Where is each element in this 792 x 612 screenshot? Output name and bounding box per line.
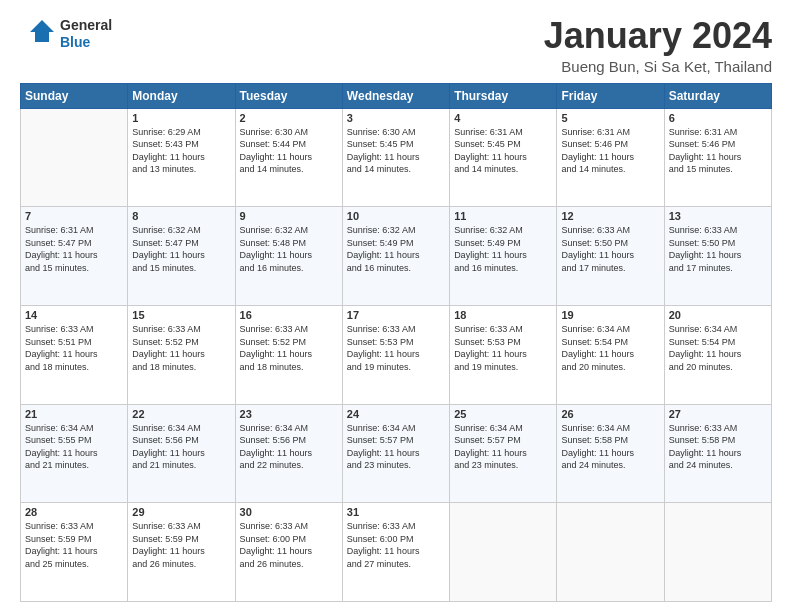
day-number: 13 [669, 210, 767, 222]
day-info: Sunrise: 6:33 AM Sunset: 5:52 PM Dayligh… [240, 323, 338, 373]
calendar-cell [450, 503, 557, 602]
calendar-header-cell: Thursday [450, 83, 557, 108]
day-info: Sunrise: 6:33 AM Sunset: 5:50 PM Dayligh… [561, 224, 659, 274]
day-info: Sunrise: 6:34 AM Sunset: 5:58 PM Dayligh… [561, 422, 659, 472]
logo: GeneralBlue [20, 16, 112, 52]
calendar-header-cell: Sunday [21, 83, 128, 108]
calendar-header-cell: Friday [557, 83, 664, 108]
calendar-week-row: 14Sunrise: 6:33 AM Sunset: 5:51 PM Dayli… [21, 305, 772, 404]
calendar-header-cell: Monday [128, 83, 235, 108]
calendar-cell: 7Sunrise: 6:31 AM Sunset: 5:47 PM Daylig… [21, 207, 128, 306]
day-info: Sunrise: 6:34 AM Sunset: 5:56 PM Dayligh… [240, 422, 338, 472]
calendar-cell: 17Sunrise: 6:33 AM Sunset: 5:53 PM Dayli… [342, 305, 449, 404]
subtitle: Bueng Bun, Si Sa Ket, Thailand [544, 58, 772, 75]
day-number: 22 [132, 408, 230, 420]
day-info: Sunrise: 6:34 AM Sunset: 5:54 PM Dayligh… [561, 323, 659, 373]
calendar-cell: 22Sunrise: 6:34 AM Sunset: 5:56 PM Dayli… [128, 404, 235, 503]
day-number: 27 [669, 408, 767, 420]
calendar-body: 1Sunrise: 6:29 AM Sunset: 5:43 PM Daylig… [21, 108, 772, 601]
calendar-cell: 14Sunrise: 6:33 AM Sunset: 5:51 PM Dayli… [21, 305, 128, 404]
calendar-cell: 30Sunrise: 6:33 AM Sunset: 6:00 PM Dayli… [235, 503, 342, 602]
day-number: 28 [25, 506, 123, 518]
day-number: 10 [347, 210, 445, 222]
day-info: Sunrise: 6:31 AM Sunset: 5:45 PM Dayligh… [454, 126, 552, 176]
day-info: Sunrise: 6:31 AM Sunset: 5:46 PM Dayligh… [561, 126, 659, 176]
day-number: 19 [561, 309, 659, 321]
svg-marker-0 [30, 20, 54, 42]
day-number: 30 [240, 506, 338, 518]
day-number: 12 [561, 210, 659, 222]
calendar-cell: 20Sunrise: 6:34 AM Sunset: 5:54 PM Dayli… [664, 305, 771, 404]
day-number: 18 [454, 309, 552, 321]
calendar-week-row: 28Sunrise: 6:33 AM Sunset: 5:59 PM Dayli… [21, 503, 772, 602]
calendar-cell: 19Sunrise: 6:34 AM Sunset: 5:54 PM Dayli… [557, 305, 664, 404]
calendar-week-row: 1Sunrise: 6:29 AM Sunset: 5:43 PM Daylig… [21, 108, 772, 207]
logo-general: General [60, 17, 112, 34]
day-info: Sunrise: 6:34 AM Sunset: 5:55 PM Dayligh… [25, 422, 123, 472]
logo-blue: Blue [60, 34, 112, 51]
calendar-cell: 23Sunrise: 6:34 AM Sunset: 5:56 PM Dayli… [235, 404, 342, 503]
day-info: Sunrise: 6:32 AM Sunset: 5:49 PM Dayligh… [454, 224, 552, 274]
day-info: Sunrise: 6:32 AM Sunset: 5:47 PM Dayligh… [132, 224, 230, 274]
day-number: 2 [240, 112, 338, 124]
day-info: Sunrise: 6:34 AM Sunset: 5:57 PM Dayligh… [454, 422, 552, 472]
day-number: 6 [669, 112, 767, 124]
day-info: Sunrise: 6:33 AM Sunset: 5:50 PM Dayligh… [669, 224, 767, 274]
day-info: Sunrise: 6:33 AM Sunset: 6:00 PM Dayligh… [347, 520, 445, 570]
day-number: 24 [347, 408, 445, 420]
calendar-cell: 26Sunrise: 6:34 AM Sunset: 5:58 PM Dayli… [557, 404, 664, 503]
day-info: Sunrise: 6:33 AM Sunset: 6:00 PM Dayligh… [240, 520, 338, 570]
day-number: 3 [347, 112, 445, 124]
day-info: Sunrise: 6:30 AM Sunset: 5:44 PM Dayligh… [240, 126, 338, 176]
day-number: 5 [561, 112, 659, 124]
day-number: 9 [240, 210, 338, 222]
calendar-cell [557, 503, 664, 602]
day-info: Sunrise: 6:33 AM Sunset: 5:53 PM Dayligh… [454, 323, 552, 373]
calendar-cell: 5Sunrise: 6:31 AM Sunset: 5:46 PM Daylig… [557, 108, 664, 207]
day-number: 1 [132, 112, 230, 124]
day-info: Sunrise: 6:34 AM Sunset: 5:57 PM Dayligh… [347, 422, 445, 472]
calendar-cell: 25Sunrise: 6:34 AM Sunset: 5:57 PM Dayli… [450, 404, 557, 503]
day-number: 14 [25, 309, 123, 321]
day-info: Sunrise: 6:29 AM Sunset: 5:43 PM Dayligh… [132, 126, 230, 176]
calendar-cell: 4Sunrise: 6:31 AM Sunset: 5:45 PM Daylig… [450, 108, 557, 207]
calendar-cell: 24Sunrise: 6:34 AM Sunset: 5:57 PM Dayli… [342, 404, 449, 503]
calendar-header-cell: Tuesday [235, 83, 342, 108]
calendar-header-cell: Wednesday [342, 83, 449, 108]
day-number: 16 [240, 309, 338, 321]
day-info: Sunrise: 6:33 AM Sunset: 5:58 PM Dayligh… [669, 422, 767, 472]
general-blue-icon [20, 16, 56, 52]
calendar-cell: 18Sunrise: 6:33 AM Sunset: 5:53 PM Dayli… [450, 305, 557, 404]
calendar-cell: 13Sunrise: 6:33 AM Sunset: 5:50 PM Dayli… [664, 207, 771, 306]
day-number: 23 [240, 408, 338, 420]
calendar-cell: 3Sunrise: 6:30 AM Sunset: 5:45 PM Daylig… [342, 108, 449, 207]
calendar-cell: 29Sunrise: 6:33 AM Sunset: 5:59 PM Dayli… [128, 503, 235, 602]
calendar-cell: 16Sunrise: 6:33 AM Sunset: 5:52 PM Dayli… [235, 305, 342, 404]
calendar-header-row: SundayMondayTuesdayWednesdayThursdayFrid… [21, 83, 772, 108]
day-info: Sunrise: 6:33 AM Sunset: 5:52 PM Dayligh… [132, 323, 230, 373]
page: GeneralBlue January 2024 Bueng Bun, Si S… [0, 0, 792, 612]
calendar-week-row: 21Sunrise: 6:34 AM Sunset: 5:55 PM Dayli… [21, 404, 772, 503]
calendar-cell: 8Sunrise: 6:32 AM Sunset: 5:47 PM Daylig… [128, 207, 235, 306]
calendar-cell: 11Sunrise: 6:32 AM Sunset: 5:49 PM Dayli… [450, 207, 557, 306]
day-info: Sunrise: 6:33 AM Sunset: 5:51 PM Dayligh… [25, 323, 123, 373]
day-number: 20 [669, 309, 767, 321]
day-info: Sunrise: 6:32 AM Sunset: 5:49 PM Dayligh… [347, 224, 445, 274]
day-info: Sunrise: 6:31 AM Sunset: 5:46 PM Dayligh… [669, 126, 767, 176]
day-number: 26 [561, 408, 659, 420]
calendar-cell: 12Sunrise: 6:33 AM Sunset: 5:50 PM Dayli… [557, 207, 664, 306]
day-number: 15 [132, 309, 230, 321]
day-number: 29 [132, 506, 230, 518]
calendar-cell: 21Sunrise: 6:34 AM Sunset: 5:55 PM Dayli… [21, 404, 128, 503]
day-number: 7 [25, 210, 123, 222]
day-number: 21 [25, 408, 123, 420]
calendar-cell: 27Sunrise: 6:33 AM Sunset: 5:58 PM Dayli… [664, 404, 771, 503]
calendar-header-cell: Saturday [664, 83, 771, 108]
day-info: Sunrise: 6:30 AM Sunset: 5:45 PM Dayligh… [347, 126, 445, 176]
day-info: Sunrise: 6:34 AM Sunset: 5:54 PM Dayligh… [669, 323, 767, 373]
day-info: Sunrise: 6:33 AM Sunset: 5:59 PM Dayligh… [25, 520, 123, 570]
day-info: Sunrise: 6:33 AM Sunset: 5:59 PM Dayligh… [132, 520, 230, 570]
day-number: 11 [454, 210, 552, 222]
header: GeneralBlue January 2024 Bueng Bun, Si S… [20, 16, 772, 75]
day-number: 31 [347, 506, 445, 518]
